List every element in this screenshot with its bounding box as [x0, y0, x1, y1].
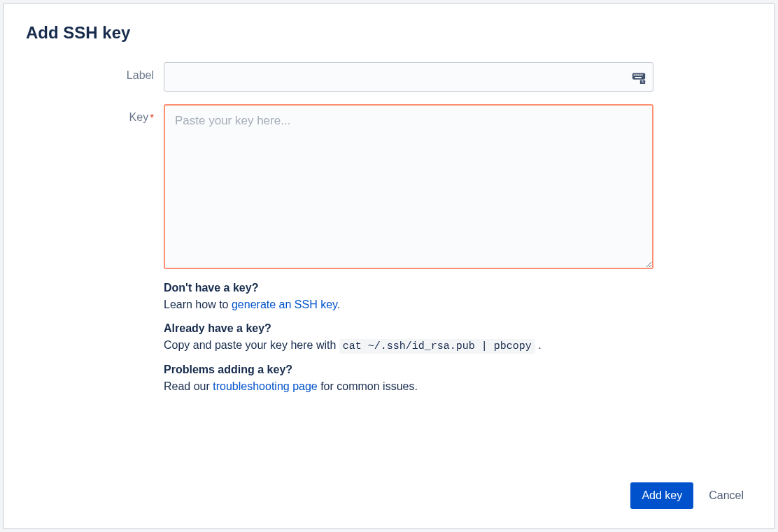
- key-row: Key*: [26, 104, 747, 272]
- help-have-key-suffix: .: [535, 339, 542, 351]
- help-problems-prefix: Read our: [164, 380, 213, 392]
- help-have-key: Already have a key? Copy and paste your …: [164, 322, 653, 354]
- label-row: Label 5: [26, 62, 747, 92]
- help-have-key-heading: Already have a key?: [164, 322, 653, 335]
- copy-command-code: cat ~/.ssh/id_rsa.pub | pbcopy: [339, 339, 535, 354]
- help-problems-suffix: for common issues.: [318, 380, 418, 392]
- help-have-key-text: Copy and paste your key here with cat ~/…: [164, 338, 653, 354]
- help-no-key: Don't have a key? Learn how to generate …: [164, 282, 653, 312]
- help-no-key-prefix: Learn how to: [164, 299, 232, 310]
- required-indicator: *: [150, 111, 154, 123]
- add-ssh-key-panel: Add SSH key Label 5: [3, 3, 775, 529]
- help-no-key-heading: Don't have a key?: [164, 282, 653, 294]
- troubleshooting-link[interactable]: troubleshooting page: [213, 380, 317, 392]
- generate-ssh-key-link[interactable]: generate an SSH key: [232, 299, 337, 310]
- page-title: Add SSH key: [26, 23, 747, 43]
- label-field-label: Label: [26, 62, 164, 82]
- help-block: Don't have a key? Learn how to generate …: [164, 282, 653, 395]
- button-row: Add key Cancel: [630, 482, 747, 509]
- label-text: Label: [127, 69, 154, 81]
- help-no-key-text: Learn how to generate an SSH key.: [164, 297, 653, 312]
- key-field-label: Key*: [26, 104, 164, 124]
- help-problems-heading: Problems adding a key?: [164, 364, 653, 376]
- cancel-button[interactable]: Cancel: [706, 484, 747, 508]
- help-have-key-prefix: Copy and paste your key here with: [164, 339, 339, 351]
- add-key-button[interactable]: Add key: [630, 482, 693, 509]
- key-textarea[interactable]: [164, 104, 653, 269]
- help-problems-text: Read our troubleshooting page for common…: [164, 379, 653, 394]
- help-problems: Problems adding a key? Read our troubles…: [164, 364, 653, 394]
- label-input[interactable]: [164, 62, 653, 92]
- key-label-text: Key: [129, 111, 149, 123]
- help-no-key-suffix: .: [337, 299, 340, 310]
